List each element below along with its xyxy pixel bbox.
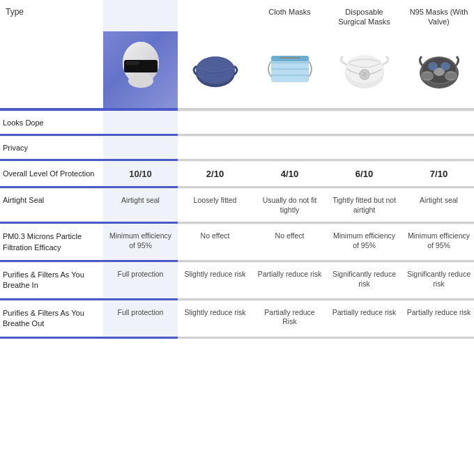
pm03-surgical-cell: No effect <box>252 224 327 260</box>
accent-8a <box>0 337 103 339</box>
highlight-header <box>103 0 178 31</box>
cloth-image-cell <box>178 31 252 108</box>
n95-header: Disposable Surgical Masks <box>327 0 402 31</box>
purifies-in-cloth-cell: Slightly reduce risk <box>178 262 252 298</box>
surgical-image-cell <box>252 31 327 108</box>
purifies-in-respirator-cell: Significantly reduce risk <box>402 262 474 298</box>
purifies-out-cloth-cell: Slightly reduce risk <box>178 300 252 337</box>
overall-protection-label: Overall Level Of Protection <box>0 161 103 186</box>
accent-8c <box>178 337 252 339</box>
overall-respirator-cell: 7/10 <box>402 161 474 186</box>
purifies-out-surgical-cell: Partially reduce Risk <box>252 300 327 337</box>
overall-n95-cell: 6/10 <box>327 161 402 186</box>
privacy-cloth <box>178 136 252 159</box>
overall-surgical-cell: 4/10 <box>252 161 327 186</box>
svg-rect-24 <box>445 73 457 79</box>
airtight-surgical-cell: Usually do not fit tightly <box>252 188 327 222</box>
purifies-in-surgical-cell: Partially reduce risk <box>252 262 327 298</box>
accent-8d <box>252 337 327 339</box>
svg-point-27 <box>441 62 450 70</box>
pm03-respirator-cell: Minimum efficiency of 95% <box>402 224 474 260</box>
pm03-n95-cell: Minimum efficiency of 95% <box>327 224 402 260</box>
purifies-in-n95-cell: Significantly reduce risk <box>327 262 402 298</box>
svg-point-17 <box>362 72 367 77</box>
looks-dope-surgical <box>252 111 327 134</box>
respirator-image-cell <box>402 31 474 108</box>
comparison-table: Type Cloth Masks Disposable Surgical Mas… <box>0 0 474 339</box>
type-header: Type <box>0 0 103 31</box>
purifies-in-label: Purifies & Filters As You Breathe In <box>0 262 103 298</box>
purifies-out-highlight-cell: Full protection <box>103 300 178 337</box>
pm03-cloth-cell: No effect <box>178 224 252 260</box>
svg-rect-22 <box>422 73 433 79</box>
accent-8e <box>327 337 402 339</box>
privacy-highlight <box>103 136 178 159</box>
label-image-cell <box>0 31 103 108</box>
privacy-surgical <box>252 136 327 159</box>
airtight-highlight-cell: Airtight seal <box>103 188 178 222</box>
looks-dope-n95 <box>327 111 402 134</box>
svg-point-4 <box>128 74 153 88</box>
svg-point-26 <box>428 62 438 70</box>
privacy-respirator <box>402 136 474 159</box>
purifies-out-n95-cell: Partially reduce risk <box>327 300 402 337</box>
svg-point-7 <box>196 56 235 83</box>
overall-highlight-cell: 10/10 <box>103 161 178 186</box>
looks-dope-label: Looks Dope <box>0 111 103 134</box>
accent-8b <box>103 337 178 339</box>
looks-dope-cloth <box>178 111 252 134</box>
looks-dope-respirator <box>402 111 474 134</box>
airtight-label: Airtight Seal <box>0 188 103 222</box>
surgical-header: Cloth Masks <box>252 0 327 31</box>
privacy-n95 <box>327 136 402 159</box>
purifies-in-highlight-cell: Full protection <box>103 262 178 298</box>
pm03-label: PM0.3 Microns Particle Filtration Effica… <box>0 224 103 260</box>
looks-dope-highlight <box>103 111 178 134</box>
overall-cloth-cell: 2/10 <box>178 161 252 186</box>
pm03-highlight-cell: Minimum efficiency of 95% <box>103 224 178 260</box>
accent-8f <box>402 337 474 339</box>
n95-image-cell <box>327 31 402 108</box>
highlight-image-cell <box>103 31 178 108</box>
svg-rect-3 <box>125 61 139 65</box>
cloth-header <box>178 0 252 31</box>
privacy-label: Privacy <box>0 136 103 159</box>
airtight-n95-cell: Tightly fitted but not airtight <box>327 188 402 222</box>
airtight-cloth-cell: Loosely fitted <box>178 188 252 222</box>
airtight-respirator-cell: Airtight seal <box>402 188 474 222</box>
purifies-out-respirator-cell: Partially reduce risk <box>402 300 474 337</box>
respirator-header: N95 Masks (With Valve) <box>402 0 474 31</box>
purifies-out-label: Purifies & Filters As You Breathe Out <box>0 300 103 337</box>
